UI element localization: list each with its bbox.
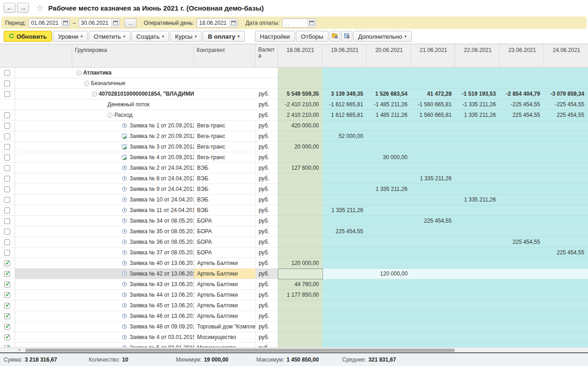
row-checkbox[interactable]	[4, 271, 10, 277]
table-row[interactable]: Заявка № 2 от 20.09.2012Вега-трансруб.52…	[0, 131, 588, 142]
currency-cell[interactable]: руб.	[255, 216, 278, 226]
amount-cell-18.06.2021[interactable]	[278, 322, 322, 332]
amount-cell-24.06.2021[interactable]	[544, 290, 588, 300]
payment-date-value[interactable]: . .	[283, 20, 307, 26]
amount-cell-22.06.2021[interactable]	[455, 163, 499, 173]
amount-cell-23.06.2021[interactable]	[499, 121, 543, 131]
menu-create-button[interactable]: Создать▾	[131, 31, 169, 42]
amount-cell-18.06.2021[interactable]	[278, 195, 322, 205]
grouping-cell[interactable]: Заявка № 46 от 13.06.2013	[15, 311, 194, 322]
amount-cell-19.06.2021[interactable]	[322, 78, 367, 89]
amount-cell-24.06.2021[interactable]	[544, 173, 588, 184]
grouping-cell[interactable]: Заявка № 9 от 24.04.2013	[15, 184, 194, 195]
table-row[interactable]: Заявка № 11 от 24.04.2013ВЭБруб.1 335 21…	[0, 205, 588, 216]
amount-cell-24.06.2021[interactable]	[544, 68, 588, 78]
amount-cell-23.06.2021[interactable]	[499, 247, 543, 258]
amount-cell-21.06.2021[interactable]: 1 335 211,26	[411, 173, 455, 184]
amount-cell-22.06.2021[interactable]	[455, 173, 499, 184]
table-row[interactable]: Заявка № 42 от 13.06.2013Артель Балтикир…	[0, 269, 588, 279]
amount-cell-22.06.2021[interactable]: -1 519 193,53	[455, 89, 499, 99]
amount-cell-20.06.2021[interactable]	[367, 290, 411, 300]
amount-cell-20.06.2021[interactable]	[367, 163, 411, 173]
amount-cell-19.06.2021[interactable]	[322, 195, 367, 205]
amount-cell-24.06.2021[interactable]: -3 079 859,34	[544, 89, 588, 99]
table-row[interactable]: Заявка № 46 от 13.06.2013Артель Балтикир…	[0, 311, 588, 322]
amount-cell-23.06.2021[interactable]	[500, 269, 544, 279]
grouping-cell[interactable]: Заявка № 10 от 24.04.2013	[15, 195, 194, 205]
amount-cell-22.06.2021[interactable]	[455, 311, 499, 322]
currency-cell[interactable]: руб.	[255, 300, 278, 311]
amount-cell-19.06.2021[interactable]: 52 000,00	[322, 131, 367, 142]
amount-cell-19.06.2021[interactable]	[322, 300, 367, 311]
amount-cell-23.06.2021[interactable]	[499, 195, 543, 205]
currency-cell[interactable]: руб.	[255, 279, 278, 290]
amount-cell-20.06.2021[interactable]	[367, 247, 411, 258]
amount-cell-22.06.2021[interactable]: -1 335 211,26	[455, 99, 499, 110]
amount-cell-20.06.2021[interactable]	[367, 237, 411, 247]
back-button[interactable]: ←	[4, 3, 16, 13]
currency-cell[interactable]: руб.	[255, 290, 278, 300]
amount-cell-24.06.2021[interactable]	[544, 237, 588, 247]
amount-cell-24.06.2021[interactable]	[544, 78, 588, 89]
row-checkbox[interactable]	[4, 80, 10, 86]
scrollbar-thumb[interactable]	[25, 349, 455, 352]
amount-cell-24.06.2021[interactable]	[544, 216, 588, 226]
grouping-cell[interactable]: Заявка № 8 от 24.04.2013	[15, 173, 194, 184]
amount-cell-21.06.2021[interactable]	[411, 163, 455, 173]
amount-cell-20.06.2021[interactable]	[367, 68, 411, 78]
table-row[interactable]: Заявка № 40 от 13.06.2013Артель Балтикир…	[0, 258, 588, 269]
amount-cell-20.06.2021[interactable]	[367, 279, 411, 290]
amount-cell-22.06.2021[interactable]	[455, 247, 499, 258]
amount-cell-22.06.2021[interactable]	[455, 152, 499, 163]
header-date-18.06.2021[interactable]: 18.06.2021	[278, 44, 322, 67]
amount-cell-23.06.2021[interactable]	[499, 78, 543, 89]
amount-cell-19.06.2021[interactable]	[322, 184, 367, 195]
currency-cell[interactable]: руб.	[255, 247, 278, 258]
amount-cell-23.06.2021[interactable]	[499, 131, 543, 142]
amount-cell-19.06.2021[interactable]	[322, 311, 367, 322]
amount-cell-20.06.2021[interactable]	[367, 205, 411, 216]
amount-cell-19.06.2021[interactable]	[322, 163, 367, 173]
amount-cell-19.06.2021[interactable]	[322, 290, 367, 300]
table-row[interactable]: Заявка № 4 от 03.01.2015Мосимуществоруб.	[0, 332, 588, 343]
amount-cell-21.06.2021[interactable]	[411, 269, 455, 279]
amount-cell-21.06.2021[interactable]	[411, 195, 455, 205]
table-row[interactable]: Заявка № 9 от 24.04.2013ВЭБруб.1 335 211…	[0, 184, 588, 195]
row-checkbox[interactable]	[4, 250, 10, 256]
grouping-cell[interactable]: Заявка № 5 от 03.01.2015	[15, 343, 194, 347]
grouping-cell[interactable]: Заявка № 48 от 09.09.2013	[15, 322, 194, 332]
currency-cell[interactable]: руб.	[255, 237, 278, 247]
amount-cell-24.06.2021[interactable]	[544, 195, 588, 205]
amount-cell-22.06.2021[interactable]	[455, 121, 499, 131]
amount-cell-20.06.2021[interactable]	[367, 322, 411, 332]
amount-cell-22.06.2021[interactable]	[455, 290, 499, 300]
amount-cell-22.06.2021[interactable]	[455, 216, 499, 226]
amount-cell-19.06.2021[interactable]: 3 139 349,35	[322, 89, 367, 99]
row-checkbox[interactable]	[4, 197, 10, 203]
amount-cell-22.06.2021[interactable]	[455, 300, 499, 311]
header-date-22.06.2021[interactable]: 22.06.2021	[455, 44, 500, 67]
amount-cell-22.06.2021[interactable]	[455, 322, 499, 332]
amount-cell-21.06.2021[interactable]: -1 560 665,81	[411, 99, 455, 110]
amount-cell-22.06.2021[interactable]	[455, 258, 499, 269]
amount-cell-18.06.2021[interactable]: 120 000,00	[278, 258, 322, 269]
amount-cell-20.06.2021[interactable]	[367, 173, 411, 184]
currency-cell[interactable]: руб.	[255, 226, 278, 237]
row-checkbox[interactable]	[4, 155, 10, 161]
settings-button[interactable]: Настройки	[255, 31, 295, 42]
currency-cell[interactable]: руб.	[255, 131, 278, 142]
amount-cell-23.06.2021[interactable]	[499, 258, 543, 269]
currency-cell[interactable]: руб.	[255, 332, 278, 343]
amount-cell-21.06.2021[interactable]	[411, 226, 455, 237]
contragent-cell[interactable]: БОРА	[194, 216, 255, 226]
amount-cell-19.06.2021[interactable]	[322, 322, 367, 332]
contragent-cell[interactable]: БОРА	[194, 237, 255, 247]
contragent-cell[interactable]: ВЭБ	[194, 184, 255, 195]
contragent-cell[interactable]: Вега-транс	[194, 152, 255, 163]
row-checkbox[interactable]	[4, 144, 10, 150]
amount-cell-22.06.2021[interactable]	[455, 68, 499, 78]
amount-cell-18.06.2021[interactable]	[278, 205, 322, 216]
opday-value[interactable]: 18.06.2021	[197, 20, 229, 26]
header-date-20.06.2021[interactable]: 20.06.2021	[367, 44, 411, 67]
amount-cell-24.06.2021[interactable]	[544, 258, 588, 269]
